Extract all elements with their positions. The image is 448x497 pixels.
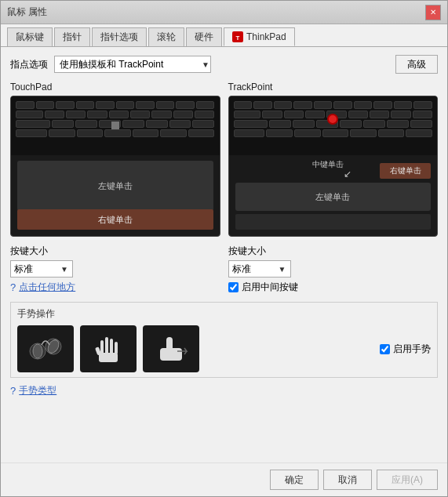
touchpad-title: TouchPad (10, 82, 220, 93)
bottom-buttons: 确定 取消 应用(A) (1, 463, 447, 496)
enable-gesture-label: 启用手势 (393, 343, 431, 356)
trackpoint-visual: 中键单击 ↙ 右键单击 左键单击 (228, 96, 439, 237)
trackpoint-left-label: 左键单击 (315, 191, 350, 203)
main-window: 鼠标 属性 ✕ 鼠标键 指针 指针选项 滚轮 硬件 T ThinkPad (0, 0, 448, 497)
trackpoint-bottom-strip (235, 214, 432, 230)
btn-size-row: 按键大小 标准 ▼ ? 点击任何地方 按键大小 标准 (10, 245, 438, 297)
trackpoint-red-dot (327, 114, 338, 125)
trackpoint-btn-size-section: 按键大小 标准 ▼ 启用中间按键 (228, 245, 439, 297)
click-anywhere-link[interactable]: 点击任何地方 (19, 281, 75, 294)
pointer-options-label: 指点选项 (10, 58, 48, 71)
trackpoint-btn-size-select[interactable]: 标准 (228, 260, 291, 278)
tab-pointer[interactable]: 指针 (54, 27, 90, 46)
enable-middle-label: 启用中间按键 (242, 281, 298, 294)
svg-text:T: T (236, 34, 240, 42)
ok-button[interactable]: 确定 (270, 470, 319, 490)
click-link-row: ? 点击任何地方 (10, 281, 220, 294)
gesture-image-2 (80, 325, 137, 372)
trackpoint-surface[interactable]: 左键单击 (235, 183, 432, 211)
gesture-hand-icon (85, 329, 132, 368)
gesture-rotate-icon (22, 329, 69, 368)
tab-content: 指点选项 使用触摸板和 TrackPoint ▼ 高级 TouchPad (1, 47, 447, 463)
touchpad-btn-size-section: 按键大小 标准 ▼ ? 点击任何地方 (10, 245, 220, 297)
touchpad-indicator-dot (111, 122, 119, 129)
gesture-image-3 (143, 325, 199, 372)
tabs-bar: 鼠标键 指针 指针选项 滚轮 硬件 T ThinkPad (1, 24, 447, 47)
enable-gesture-checkbox[interactable] (380, 344, 390, 354)
thinkpad-tab-icon: T (232, 31, 243, 42)
touchpad-section: TouchPad (10, 82, 220, 237)
tab-pointer-options[interactable]: 指针选项 (92, 27, 147, 46)
gesture-section-title: 手势操作 (17, 307, 431, 321)
trackpoint-middle-label: 中键单击 (312, 159, 344, 170)
touchpad-surface[interactable]: 左键单击 (17, 161, 213, 211)
enable-middle-checkbox[interactable] (228, 282, 239, 292)
touchpad-btn-size-wrapper: 标准 ▼ (10, 260, 220, 278)
touchpad-left-label: 左键单击 (98, 180, 133, 192)
close-button[interactable]: ✕ (425, 5, 441, 20)
tab-hardware[interactable]: 硬件 (186, 27, 222, 46)
svg-rect-9 (110, 339, 113, 354)
touchpad-visual: 左键单击 右键单击 (10, 96, 220, 237)
enable-middle-row: 启用中间按键 (228, 281, 439, 294)
trackpoint-btn-size-wrapper: 标准 ▼ (228, 260, 439, 278)
gesture-enable-row: 启用手势 (380, 343, 431, 356)
svg-rect-8 (105, 337, 108, 354)
device-dropdown-wrapper: 使用触摸板和 TrackPoint ▼ (54, 56, 211, 73)
gesture-link-row: ? 手势类型 (10, 384, 438, 397)
apply-button[interactable]: 应用(A) (377, 470, 438, 490)
gesture-help-icon[interactable]: ? (10, 385, 16, 397)
svg-rect-10 (115, 342, 118, 354)
devices-row: TouchPad (10, 82, 438, 237)
svg-rect-13 (160, 348, 182, 361)
touchpad-btn-size-select[interactable]: 标准 (10, 260, 73, 278)
pointer-options-row: 指点选项 使用触摸板和 TrackPoint ▼ 高级 (10, 55, 438, 74)
touchpad-right-btn[interactable]: 右键单击 (17, 209, 213, 230)
window-title: 鼠标 属性 (7, 5, 47, 19)
trackpoint-title: TrackPoint (228, 82, 439, 93)
gesture-section: 手势操作 (10, 302, 438, 378)
title-controls: ✕ (425, 5, 441, 20)
tab-mouse-keys[interactable]: 鼠标键 (7, 27, 53, 46)
help-icon[interactable]: ? (10, 281, 16, 293)
gesture-image-1 (17, 325, 74, 372)
advanced-button[interactable]: 高级 (395, 55, 438, 74)
svg-rect-7 (100, 340, 104, 354)
touchpad-right-label: 右键单击 (98, 214, 133, 226)
device-dropdown[interactable]: 使用触摸板和 TrackPoint (54, 56, 211, 73)
gesture-type-link[interactable]: 手势类型 (19, 384, 56, 397)
gesture-swipe-icon (148, 329, 195, 368)
trackpoint-right-btn[interactable]: 右键单击 (380, 163, 431, 179)
trackpoint-right-label: 右键单击 (390, 165, 421, 176)
cancel-button[interactable]: 取消 (323, 470, 372, 490)
svg-rect-11 (95, 346, 101, 355)
gesture-images-row: 启用手势 (17, 325, 431, 372)
svg-point-3 (33, 344, 42, 358)
trackpoint-section: TrackPoint (228, 82, 439, 237)
title-bar: 鼠标 属性 ✕ (1, 1, 447, 24)
tab-scroll[interactable]: 滚轮 (148, 27, 184, 46)
tab-thinkpad[interactable]: T ThinkPad (224, 27, 295, 46)
touchpad-btn-size-label: 按键大小 (10, 245, 220, 258)
trackpoint-btn-size-label: 按键大小 (228, 245, 439, 258)
arrow-icon: ↙ (344, 169, 351, 180)
